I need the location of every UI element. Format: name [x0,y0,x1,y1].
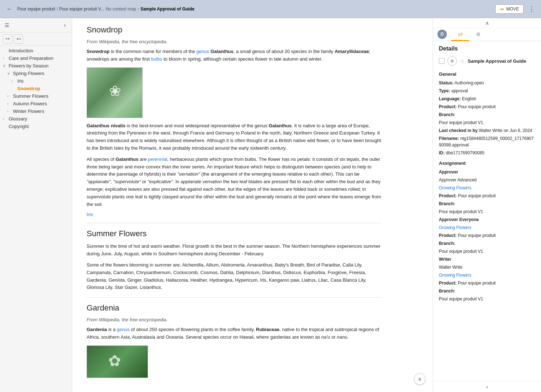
snowdrop-image [87,67,143,118]
sidebar-item-introduction[interactable]: Introduction [0,47,72,54]
divider1 [87,223,383,223]
sidebar-item-label: Care and Preparation [9,56,53,61]
detail-id: ID: dbe1717690790085 [439,150,535,156]
doc-star-icon[interactable]: ☆ [460,58,465,65]
panel-tab-d-label: D [441,32,444,37]
approver-everyone-link[interactable]: Growing Flowers [439,225,471,230]
header-actions: ➡ MOVE ⋮ [495,4,537,14]
sidebar-item-label: Glossary [9,116,27,122]
indent-increase-icon[interactable]: ↦ [3,34,12,44]
toggle-icon: ∨ [7,71,12,75]
detail-language: Language: English [439,96,535,102]
more-options-button[interactable]: ⋮ [527,4,537,14]
doc-title-row: ⚙ ☆ Sample Approval of Guide [439,56,535,66]
section-subtitle-snowdrop: From Wikipedia, the free encyclopedia. [87,39,383,44]
approver-label: Approver [439,169,458,175]
approver-link[interactable]: Growing Flowers [439,185,471,190]
status-value: Authoring:open [454,80,484,85]
status-label: Status: [439,80,454,85]
main-layout: ☰ ‹ ↦ ↤ Introduction › Care and Preparat… [0,18,541,392]
panel-tabs: D ⇄ ⚙ [433,28,541,41]
doc-checkbox[interactable] [439,58,445,64]
header: ← Pour equipe produit / Pour equipe prod… [0,0,541,18]
id-value: dbe1717690790085 [446,150,484,155]
detail-approver-everyone-link[interactable]: Growing Flowers [439,224,535,231]
panel-tab-settings[interactable]: ⚙ [469,28,487,41]
move-label: MOVE [506,6,519,12]
detail-writer-value: Walter Write [439,264,535,270]
last-checked-label: Last checked in by [439,128,477,133]
sidebar-collapse-button[interactable]: ‹ [61,21,69,29]
filename-label: Filename: [439,136,459,141]
panel-tab-links[interactable]: ⇄ [451,28,469,41]
approver-everyone-product-label: Product: [439,233,457,238]
sidebar-item-label: Flowers by Season [9,63,49,69]
sidebar-item-label: Winter Flowers [13,109,44,114]
scroll-top-button[interactable]: ∧ [414,373,426,385]
perennial-link[interactable]: perennial [148,157,167,162]
iris-link[interactable]: Iris [87,212,383,217]
detail-approver-product: Product: Pour equipe produit [439,193,535,199]
writer-value: Walter Write [439,265,462,270]
section-subtitle-gardenia: From Wikipedia, the free encyclopedia. [87,317,383,322]
sidebar-item-care-preparation[interactable]: › Care and Preparation [0,54,72,62]
writer-link[interactable]: Growing Flowers [439,273,471,278]
right-panel: ∧ D ⇄ ⚙ Details [433,18,541,392]
section-label-assignment: Assignment [439,160,535,166]
writer-branch-label: Branch: [439,289,455,294]
sidebar-item-label: Summer Flowers [13,93,48,99]
move-button[interactable]: ➡ MOVE [495,4,524,14]
sidebar-item-glossary[interactable]: › Glossary [0,115,72,123]
sidebar-tree: Introduction › Care and Preparation ∨ Fl… [0,45,72,392]
breadcrumb-sep2: › [138,6,139,12]
id-label: ID: [439,150,445,155]
sidebar-item-label: Snowdrop [17,86,40,91]
detail-writer-branch: Branch: [439,288,535,294]
sidebar-item-copyright[interactable]: Copyright [0,123,72,130]
toggle-icon: › [3,56,7,60]
toggle-icon: › [12,79,16,83]
sidebar-item-winter-flowers[interactable]: › Winter Flowers [0,107,72,115]
snowdrop-para1: Snowdrop is the common name for members … [87,48,383,63]
detail-writer-product: Product: Pour equipe produit [439,280,535,286]
product-label: Product: [439,104,457,109]
section-title-summer: Summer Flowers [87,229,383,238]
writer-label: Writer [439,257,451,262]
sidebar-item-label: Autumn Flowers [13,101,47,106]
move-arrow-icon: ➡ [500,6,504,12]
snowdrop-para3: All species of Galanthus are perennial, … [87,156,383,208]
bulbs-link[interactable]: bulbs [151,56,162,62]
sidebar-item-label: Spring Flowers [13,71,44,76]
toggle-icon: › [7,102,12,106]
detail-branch: Branch: [439,111,535,118]
panel-tab-settings-icon: ⚙ [476,31,481,37]
indent-decrease-icon[interactable]: ↤ [14,34,23,44]
gardenia-image [87,345,148,378]
menu-icon[interactable]: ☰ [3,21,11,29]
gardenia-para1: Gardenia is a genus of about 250 species… [87,326,383,341]
detail-type: Type: approval [439,88,535,94]
type-value: approval [451,88,468,93]
detail-approver-link[interactable]: Growing Flowers [439,185,535,191]
back-button[interactable]: ← [4,4,14,14]
toggle-icon: › [3,117,7,121]
sidebar-item-flowers-by-season[interactable]: ∨ Flowers by Season [0,62,72,70]
sidebar-item-autumn-flowers[interactable]: › Autumn Flowers [0,100,72,107]
sidebar-item-snowdrop[interactable]: Snowdrop [0,85,72,92]
panel-scroll-down-button[interactable]: › [433,381,541,392]
genus-link[interactable]: genus [196,49,209,54]
panel-tab-d[interactable]: D [433,28,451,41]
sidebar-item-iris[interactable]: › Iris [0,77,72,85]
detail-approver-everyone-branch-value: Pour equipe produit V1 [439,248,535,255]
sidebar-item-summer-flowers[interactable]: › Summer Flowers [0,92,72,100]
sidebar-item-spring-flowers[interactable]: ∨ Spring Flowers [0,70,72,77]
panel-tab-d-circle: D [437,30,447,39]
sidebar-item-label: Iris [17,78,23,84]
no-context-label: No context map [106,6,136,12]
content-area[interactable]: Snowdrop From Wikipedia, the free encycl… [72,18,433,392]
genus-link2[interactable]: genus [117,327,130,332]
detail-approver-branch: Branch: [439,201,535,207]
breadcrumb-sep1: / [57,6,58,12]
detail-writer-link[interactable]: Growing Flowers [439,272,535,278]
panel-scroll-up-button[interactable]: ∧ [433,18,541,28]
